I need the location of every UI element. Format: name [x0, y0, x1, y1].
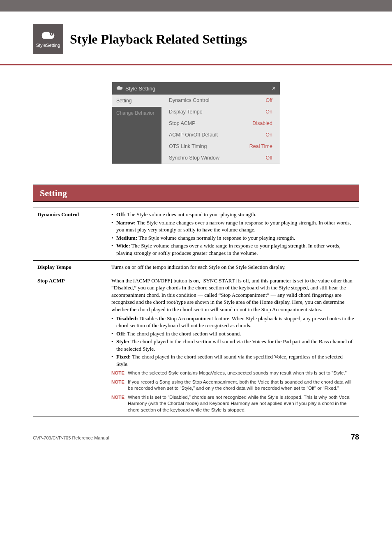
row-label: Synchro Stop Window [169, 155, 219, 161]
option-name: Off: [116, 211, 126, 217]
table-row: Display Tempo Turns on or off the tempo … [33, 261, 359, 274]
option-text: The Style volume changes over a narrow r… [116, 220, 351, 233]
panel-row[interactable]: Display Tempo On [161, 106, 280, 118]
panel-row[interactable]: OTS Link Timing Real Time [161, 141, 280, 152]
row-label: ACMP On/Off Default [169, 132, 218, 138]
page-title: Style Playback Related Settings [70, 32, 247, 47]
panel-sidebar: Setting Change Behavior [112, 95, 161, 164]
row-label: OTS Link Timing [169, 143, 207, 149]
note: NOTEIf you record a Song using the Stop … [111, 379, 355, 392]
option-name: Off: [116, 331, 126, 337]
row-desc: Turns on or off the tempo indication for… [107, 261, 359, 274]
row-value: Disabled [252, 120, 272, 126]
page-header: StyleSetting Style Playback Related Sett… [33, 12, 392, 62]
piano-gear-icon [41, 30, 55, 42]
row-desc: Off: The Style volume does not respond t… [107, 208, 359, 261]
style-setting-icon-box: StyleSetting [33, 24, 63, 54]
option-name: Medium: [116, 235, 137, 241]
style-setting-panel: Style Setting × Setting Change Behavior … [112, 82, 280, 164]
option-name: Fixed: [116, 354, 131, 360]
note-text: If you record a Song using the Stop Acco… [128, 379, 351, 391]
tab-setting[interactable]: Setting [112, 95, 161, 107]
note: NOTEWhen the selected Style contains Meg… [111, 370, 355, 377]
option-name: Wide: [116, 243, 130, 249]
tab-change-behavior[interactable]: Change Behavior [112, 107, 161, 119]
footer-left: CVP-709/CVP-705 Reference Manual [33, 435, 109, 440]
settings-description-table: Dynamics Control Off: The Style volume d… [33, 208, 359, 416]
close-icon[interactable]: × [272, 85, 276, 92]
intro-text: When the [ACMP ON/OFF] button is on, [SY… [111, 277, 355, 313]
panel-row[interactable]: Dynamics Control Off [161, 95, 280, 106]
note-label: NOTE [111, 394, 125, 401]
panel-row[interactable]: Synchro Stop Window Off [161, 152, 280, 164]
svg-point-1 [51, 33, 52, 35]
section-heading: Setting [33, 185, 359, 202]
panel-row[interactable]: ACMP On/Off Default On [161, 129, 280, 141]
option-text: The chord played in the chord section wi… [126, 331, 241, 337]
row-label: Display Tempo [33, 261, 107, 274]
table-row: Dynamics Control Off: The Style volume d… [33, 208, 359, 261]
page-number: 78 [351, 433, 359, 442]
row-value: Real Time [249, 143, 272, 149]
panel-titlebar: Style Setting × [112, 82, 280, 95]
row-label: Stop ACMP [33, 274, 107, 416]
row-label: Dynamics Control [169, 97, 210, 103]
table-row: Stop ACMP When the [ACMP ON/OFF] button … [33, 274, 359, 416]
row-value: Off [266, 97, 272, 103]
row-value: On [265, 132, 272, 138]
top-strip [0, 0, 392, 12]
note-label: NOTE [111, 379, 125, 386]
header-divider [0, 64, 392, 65]
option-text: The chord played in the chord section wi… [116, 338, 353, 352]
panel-title: Style Setting [125, 86, 155, 92]
option-text: The chord played in the chord section wi… [116, 354, 343, 367]
note-text: When the selected Style contains MegaVoi… [128, 370, 346, 375]
option-text: The Style volume changes normally in res… [137, 235, 295, 241]
option-name: Narrow: [116, 220, 136, 226]
row-label: Stop ACMP [169, 120, 196, 126]
option-name: Style: [116, 338, 129, 345]
row-value: Off [266, 155, 272, 161]
row-value: On [265, 109, 272, 115]
option-text: The Style volume changes over a wide ran… [116, 243, 341, 256]
page-footer: CVP-709/CVP-705 Reference Manual 78 [33, 433, 359, 442]
row-label: Dynamics Control [33, 208, 107, 261]
piano-gear-icon [116, 86, 123, 92]
option-name: Disabled: [116, 315, 138, 321]
note: NOTEWhen this is set to “Disabled,” chor… [111, 394, 355, 414]
row-desc: When the [ACMP ON/OFF] button is on, [SY… [107, 274, 359, 416]
row-label: Display Tempo [169, 109, 203, 115]
header-icon-label: StyleSetting [36, 43, 60, 48]
note-label: NOTE [111, 370, 125, 377]
option-text: Disables the Stop Accompaniment feature.… [116, 315, 354, 329]
note-text: When this is set to “Disabled,” chords a… [128, 395, 350, 412]
panel-row[interactable]: Stop ACMP Disabled [161, 118, 280, 129]
option-text: The Style volume does not respond to you… [126, 211, 256, 217]
panel-content: Dynamics Control Off Display Tempo On St… [161, 95, 280, 164]
